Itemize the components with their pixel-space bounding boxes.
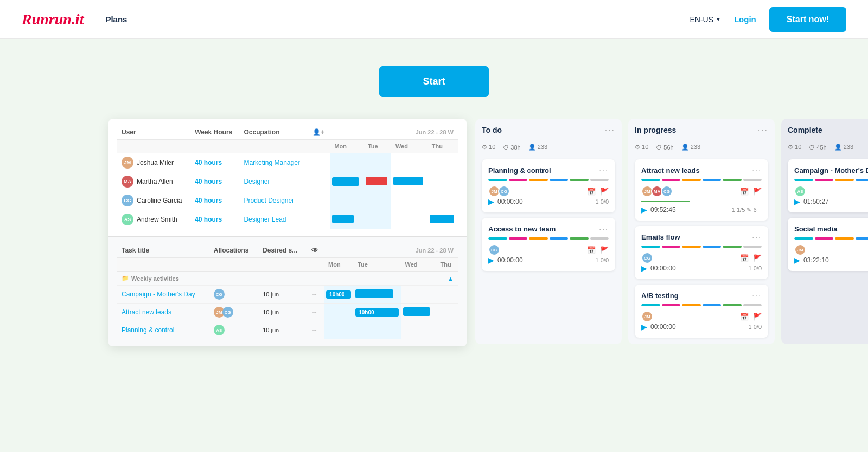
kanban-card: Access to new team ··· CG <box>482 218 615 271</box>
gantt-bar-label: 10h00 <box>355 308 398 317</box>
card-icons: 📅 🚩 <box>740 313 762 321</box>
color-bars <box>641 304 762 306</box>
avatar: CG <box>222 307 233 318</box>
gantt-bar <box>332 215 354 223</box>
kanban-col-todo: To do ··· ⚙ 10 ⏱ 38h 👤 233 Planning & co… <box>475 119 622 344</box>
card-footer: ▶ 00:00:00 1 0/0 <box>488 256 609 264</box>
kanban-card: Planning & control ··· JM <box>482 159 615 212</box>
date-label-tasks: Jun 22 - 28 W <box>324 243 458 258</box>
col-eye-icon[interactable]: 👁 <box>307 243 324 258</box>
card-header: Social media ··· <box>794 224 868 233</box>
play-button[interactable]: ▶ <box>794 256 800 264</box>
color-bar <box>641 304 660 306</box>
color-bars <box>488 179 609 181</box>
collapse-icon[interactable]: ▲ <box>448 275 454 282</box>
card-footer: ▶ 09:52:45 1 1/5 ✎ 6 ≡ <box>641 205 762 214</box>
color-bar <box>794 179 813 181</box>
hero-start-button[interactable]: Start <box>379 66 488 97</box>
card-header: Campaign - Mother's Day ··· <box>794 166 868 175</box>
day-wed-1: Wed <box>391 140 427 153</box>
kanban-col-header: To do ··· <box>482 125 615 135</box>
avatars-group: JM CG <box>214 307 254 318</box>
timer-value: 00:00:00 <box>497 256 523 264</box>
nav-plans[interactable]: Plans <box>105 15 127 24</box>
play-button[interactable]: ▶ <box>641 264 647 273</box>
card-footer: ▶ 00:00:00 1 0/0 <box>488 197 609 206</box>
card-menu-button[interactable]: ··· <box>599 224 609 233</box>
card-title: Access to new team <box>488 225 599 233</box>
card-bottom: JM 📅 🚩 <box>641 311 762 322</box>
calendar-icon: 📅 <box>740 188 749 196</box>
color-bar <box>570 237 589 240</box>
play-button[interactable]: ▶ <box>794 197 800 206</box>
color-bar <box>743 246 762 248</box>
color-bar <box>856 179 869 181</box>
timer-value: 00:00:00 <box>650 323 676 331</box>
column-menu-button[interactable]: ··· <box>605 125 615 135</box>
card-avatar: CG <box>641 252 653 264</box>
logo: Runrun.it <box>22 11 84 28</box>
table-row: Attract new leads JM CG 10 jun → <box>117 304 458 321</box>
calendar-icon: 📅 <box>740 313 749 321</box>
gantt-users-table: User Week Hours Occupation 👤+ Jun 22 - 2… <box>117 125 458 229</box>
section-label: 📁 Weekly activities ▲ <box>122 275 454 282</box>
card-menu-button[interactable]: ··· <box>752 291 762 300</box>
login-button[interactable]: Login <box>734 15 756 24</box>
progress-bar <box>641 201 690 202</box>
color-bar <box>662 304 681 306</box>
task-link[interactable]: Attract new leads <box>122 308 171 316</box>
color-bar <box>815 237 834 240</box>
timer-value: 01:50:27 <box>803 198 829 205</box>
card-counts: 1 0/0 <box>596 257 609 263</box>
kanban-card: Attract new leads ··· JM <box>635 159 768 221</box>
start-now-button[interactable]: Start now! <box>769 7 846 32</box>
kanban-stats: ⚙ 10 ⏱ 45h 👤 233 <box>788 143 868 154</box>
color-bar <box>662 179 681 181</box>
card-bottom: AS 📅 🚩 <box>794 185 868 197</box>
play-button[interactable]: ▶ <box>488 197 494 206</box>
card-title: Social media <box>794 225 868 233</box>
calendar-icon: 📅 <box>587 246 596 254</box>
flag-icon: 🚩 <box>753 313 762 321</box>
play-button[interactable]: ▶ <box>641 322 647 331</box>
card-avatars: JM <box>794 244 804 256</box>
col-add-user[interactable]: 👤+ <box>308 125 330 140</box>
card-icons: 📅 🚩 <box>587 188 609 196</box>
navbar-right: EN-US ▼ Login Start now! <box>690 7 846 32</box>
timer-value: 00:00:00 <box>497 198 523 205</box>
card-header: Attract new leads ··· <box>641 166 762 175</box>
card-avatar: CG <box>488 244 500 256</box>
card-icons: 📅 🚩 <box>587 246 609 254</box>
card-counts: 1 1/5 ✎ 6 ≡ <box>732 206 762 214</box>
play-button[interactable]: ▶ <box>641 205 647 214</box>
col-task-title: Task title <box>117 243 209 258</box>
color-bar <box>509 179 528 181</box>
column-menu-button[interactable]: ··· <box>758 125 768 135</box>
avatar: CG <box>122 195 133 206</box>
card-title: A/B testing <box>641 292 752 300</box>
navbar-left: Runrun.it Plans <box>22 11 127 28</box>
task-link[interactable]: Campaign - Mother's Day <box>122 290 195 298</box>
col-occupation: Occupation <box>239 125 308 140</box>
color-bar <box>550 237 569 240</box>
flag-icon: 🚩 <box>753 254 762 262</box>
card-menu-button[interactable]: ··· <box>752 166 762 175</box>
stat-tasks: ⚙ 10 <box>482 144 495 151</box>
kanban-col-header: Complete ··· <box>788 125 868 135</box>
color-bar <box>509 237 528 240</box>
card-counts: 1 0/0 <box>749 265 762 272</box>
col-user: User <box>117 125 190 140</box>
card-bottom: CG 📅 🚩 <box>641 252 762 264</box>
color-bars <box>641 179 762 181</box>
stat-time: ⏱ 45h <box>809 144 826 151</box>
lang-selector[interactable]: EN-US ▼ <box>690 15 720 24</box>
play-button[interactable]: ▶ <box>488 256 494 264</box>
card-timer: ▶ 03:22:10 <box>794 256 829 264</box>
card-title: Emails flow <box>641 233 752 241</box>
task-link[interactable]: Planning & control <box>122 326 174 334</box>
gantt-bar <box>393 177 423 185</box>
color-bar <box>570 179 589 181</box>
card-bottom: JM MA CG 📅 🚩 <box>641 185 762 197</box>
card-menu-button[interactable]: ··· <box>752 233 762 241</box>
card-menu-button[interactable]: ··· <box>599 166 609 175</box>
